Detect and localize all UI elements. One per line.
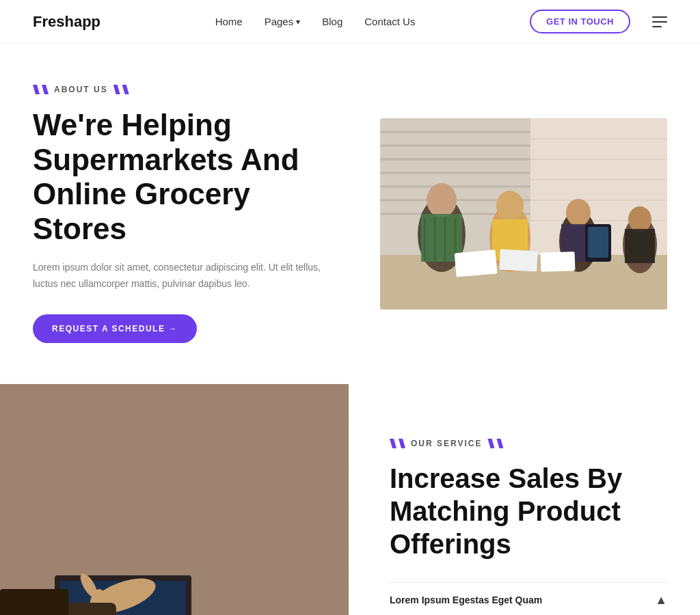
quote-mark-2 [42,85,49,94]
service-accordion: Lorem Ipsum Egestas Eget Quam ▲ Lorem ip… [390,582,667,615]
svg-point-24 [496,191,524,221]
svg-point-27 [566,199,591,226]
service-quote-marks-right [487,439,503,448]
nav-link-pages[interactable]: Pages [265,16,301,27]
hero-left: ABOUT US We're Helping Supermarkets And … [33,85,339,343]
nav-link-contact[interactable]: Contact Us [364,16,415,27]
quote-mark-4 [122,85,129,94]
service-quote-mark-4 [496,439,503,448]
service-quote-mark-2 [399,439,405,448]
service-image-svg [0,384,349,615]
service-section: OUR SERVICE Increase Sales By Matching P… [0,384,700,615]
hero-image-overlay [380,118,667,310]
accordion-item-0: Lorem Ipsum Egestas Eget Quam ▲ Lorem ip… [390,583,667,615]
hero-title: We're Helping Supermarkets And Online Gr… [33,108,339,246]
hamburger-menu[interactable] [652,16,667,27]
accordion-title-0: Lorem Ipsum Egestas Eget Quam [390,594,542,605]
hero-description: Lorem ipsum dolor sit amet, consectetur … [33,260,339,292]
service-quote-mark-3 [487,439,494,448]
quote-marks-left [33,85,49,94]
service-title: Increase Sales By Matching Product Offer… [390,462,667,560]
service-label-text: OUR SERVICE [411,439,482,448]
hamburger-line-3 [652,26,662,27]
hamburger-line-1 [652,16,667,18]
navbar: Freshapp Home Pages Blog Contact Us GET … [0,0,700,44]
quote-marks-right [113,85,129,94]
svg-rect-56 [0,589,68,615]
hero-image-svg [380,118,667,310]
nav-item-home[interactable]: Home [215,16,243,28]
svg-rect-33 [499,249,537,272]
section-label-text: ABOUT US [54,85,108,94]
our-service-label: OUR SERVICE [390,439,667,448]
service-right: OUR SERVICE Increase Sales By Matching P… [349,384,700,615]
nav-links: Home Pages Blog Contact Us [215,16,416,28]
accordion-header-0[interactable]: Lorem Ipsum Egestas Eget Quam ▲ [390,583,667,615]
nav-item-contact[interactable]: Contact Us [364,16,415,28]
nav-link-home[interactable]: Home [215,16,243,27]
nav-item-blog[interactable]: Blog [322,16,342,28]
svg-rect-34 [541,251,576,272]
request-schedule-button[interactable]: REQUEST A SCHEDULE → [33,314,197,343]
logo[interactable]: Freshapp [33,13,100,31]
get-in-touch-button[interactable]: GET IN TOUCH [530,10,630,33]
quote-mark-1 [33,85,40,94]
hamburger-line-2 [652,21,667,23]
svg-rect-32 [455,249,498,277]
hero-section: ABOUT US We're Helping Supermarkets And … [0,44,700,384]
service-quote-mark-1 [390,439,396,448]
svg-point-30 [628,206,651,232]
svg-rect-31 [625,229,655,263]
nav-link-blog[interactable]: Blog [322,16,342,27]
nav-item-pages[interactable]: Pages [265,16,301,27]
accordion-icon-0: ▲ [655,594,667,606]
service-quote-marks-left [390,439,405,448]
svg-point-17 [427,183,457,217]
service-image [0,384,349,615]
hero-image [380,118,667,310]
svg-rect-36 [588,227,608,258]
hero-right [380,118,667,310]
about-us-label: ABOUT US [33,85,339,94]
quote-mark-3 [113,85,120,94]
